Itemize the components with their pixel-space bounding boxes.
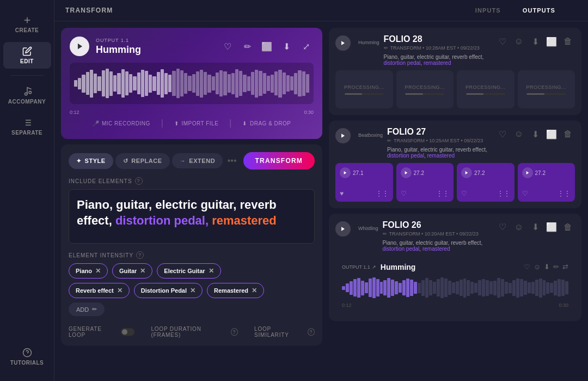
folio-28-info: FOLIO 28 ✏ TRANSFORM • 10:28AM EST • 09/… bbox=[384, 34, 495, 66]
nav-tab-outputs[interactable]: OUTPUTS bbox=[523, 7, 555, 14]
output-label: OUTPUT 1.1 bbox=[96, 38, 213, 43]
edit-button[interactable]: ✏ bbox=[240, 39, 255, 54]
folio-26-play-button[interactable] bbox=[335, 221, 351, 237]
sidebar-item-tutorials[interactable]: TUTORIALS bbox=[3, 343, 51, 370]
tag-remastered[interactable]: Remastered ✕ bbox=[207, 283, 264, 298]
folio-27-delete[interactable]: 🗑 bbox=[561, 127, 575, 141]
more-options-button[interactable]: ••• bbox=[225, 156, 239, 166]
mini-emoji[interactable]: ☺ bbox=[534, 263, 541, 271]
mini-waveform[interactable] bbox=[342, 276, 568, 300]
variant-grid[interactable]: ⋮⋮ bbox=[497, 190, 510, 197]
folio-27-play-button[interactable] bbox=[335, 128, 351, 143]
variant-favorite[interactable]: ♡ bbox=[461, 190, 467, 197]
folio-28-favorite[interactable]: ♡ bbox=[495, 34, 510, 49]
variant-play-button[interactable] bbox=[340, 167, 351, 178]
variant-num: 27.2 bbox=[474, 170, 485, 176]
mini-edit[interactable]: ✏ bbox=[553, 263, 559, 271]
include-elements-help[interactable]: ? bbox=[135, 177, 143, 185]
transform-button[interactable]: TRANSFORM bbox=[243, 152, 315, 170]
folio-26-favorite[interactable]: ♡ bbox=[495, 220, 510, 234]
waveform-container[interactable] bbox=[70, 63, 314, 104]
folio-28-share[interactable]: ☺ bbox=[512, 34, 526, 49]
svg-marker-16 bbox=[405, 171, 407, 174]
plus-icon bbox=[22, 15, 32, 25]
export-button[interactable]: ⬜ bbox=[259, 39, 274, 54]
tag-close-guitar[interactable]: ✕ bbox=[140, 267, 145, 275]
elements-text-highlight: remastered bbox=[212, 214, 277, 227]
mini-favorite[interactable]: ♡ bbox=[524, 263, 530, 271]
loop-duration-help[interactable]: ? bbox=[231, 328, 238, 336]
loop-similarity-help[interactable]: ? bbox=[308, 328, 315, 336]
play-icon bbox=[525, 171, 530, 175]
folio-26-share[interactable]: ☺ bbox=[512, 220, 526, 234]
tag-close-piano[interactable]: ✕ bbox=[95, 267, 101, 275]
processing-bar bbox=[466, 93, 505, 95]
elements-text-area[interactable]: Piano, guitar, electric guitar, reverb e… bbox=[69, 189, 315, 244]
mini-download[interactable]: ⬇ bbox=[544, 263, 550, 271]
folio-26-delete[interactable]: 🗑 bbox=[561, 220, 575, 234]
intensity-help[interactable]: ? bbox=[136, 251, 144, 259]
add-tag-button[interactable]: ADD ✏ bbox=[69, 303, 105, 316]
folio-28-meta: ✏ TRANSFORM • 10:28AM EST • 09/22/23 bbox=[384, 45, 495, 51]
processing-label: PROCESSING... bbox=[344, 84, 384, 90]
folio-27-copy[interactable]: ⬜ bbox=[544, 127, 559, 141]
sidebar-item-separate[interactable]: SEPARATE bbox=[3, 113, 51, 140]
folio-26-tag-remastered: remastered bbox=[422, 246, 450, 252]
extend-mode-button[interactable]: → EXTEND bbox=[172, 153, 223, 168]
generate-loop-switch[interactable] bbox=[121, 328, 135, 336]
tag-close-distortion[interactable]: ✕ bbox=[190, 287, 195, 294]
tag-close-electric-guitar[interactable]: ✕ bbox=[209, 267, 214, 275]
folio-26-meta: ✏ TRANSFORM • 10:20AM EST • 09/22/23 bbox=[383, 231, 495, 237]
main-play-button[interactable] bbox=[70, 37, 89, 56]
left-panel: OUTPUT 1.1 Humming ♡ ✏ ⬜ ⬇ ⤢ 0:12 bbox=[61, 28, 322, 374]
import-file-option[interactable]: ⬆ IMPORT FILE bbox=[174, 120, 218, 126]
variant-favorite[interactable]: ♡ bbox=[401, 190, 407, 197]
tag-electric-guitar[interactable]: Electric Guitar ✕ bbox=[157, 263, 220, 279]
folio-26-download[interactable]: ⬇ bbox=[528, 220, 542, 234]
folio-28-copy[interactable]: ⬜ bbox=[544, 34, 559, 49]
sidebar-item-accompany[interactable]: ACCOMPANY bbox=[3, 82, 51, 109]
folio-27-favorite[interactable]: ♡ bbox=[495, 127, 510, 141]
favorite-button[interactable]: ♡ bbox=[220, 39, 235, 54]
folio-26-copy[interactable]: ⬜ bbox=[544, 220, 559, 234]
mini-actions: ♡ ☺ ⬇ ✏ ⇄ bbox=[524, 263, 568, 271]
variant-favorite[interactable]: ♥ bbox=[340, 190, 344, 197]
tag-close-reverb[interactable]: ✕ bbox=[117, 287, 122, 294]
folio-28-card: Humming FOLIO 28 ✏ TRANSFORM • 10:28AM E… bbox=[329, 28, 581, 115]
generate-loop-toggle: GENERATE LOOP bbox=[69, 326, 134, 338]
variant-play-button[interactable] bbox=[522, 167, 533, 178]
sidebar-item-create[interactable]: CREATE bbox=[3, 11, 51, 38]
variant-27-3: 27.2 ♡ ⋮⋮ bbox=[457, 163, 514, 201]
mini-share[interactable]: ⇄ bbox=[562, 263, 568, 271]
sidebar-item-edit[interactable]: EDIT bbox=[3, 42, 51, 69]
folio-28-download[interactable]: ⬇ bbox=[528, 34, 542, 49]
folio-28-play-button[interactable] bbox=[335, 35, 351, 51]
variant-actions: ♥ ⋮⋮ bbox=[340, 190, 389, 197]
tag-close-remastered[interactable]: ✕ bbox=[252, 287, 257, 294]
tag-guitar[interactable]: Guitar ✕ bbox=[112, 263, 152, 279]
time-start: 0:12 bbox=[70, 110, 79, 115]
tag-piano[interactable]: Piano ✕ bbox=[69, 263, 108, 279]
folio-27-share[interactable]: ☺ bbox=[512, 127, 526, 141]
folio-28-delete[interactable]: 🗑 bbox=[561, 34, 575, 49]
expand-button[interactable]: ⤢ bbox=[298, 39, 314, 54]
drag-drop-option[interactable]: ⬇ DRAG & DROP bbox=[242, 120, 291, 126]
variant-play-button[interactable] bbox=[401, 167, 412, 178]
svg-marker-12 bbox=[78, 44, 82, 50]
download-button[interactable]: ⬇ bbox=[279, 39, 294, 54]
folio-27-download[interactable]: ⬇ bbox=[528, 127, 542, 141]
variant-favorite[interactable]: ♡ bbox=[522, 190, 528, 197]
folio-27-tags: Piano, guitar, electric guitar, reverb e… bbox=[387, 147, 495, 159]
folio-26-header: Whistling FOLIO 26 ✏ TRANSFORM • 10:20AM… bbox=[335, 220, 575, 252]
variant-play-button[interactable] bbox=[461, 167, 472, 178]
folio-27-track-label: Beatboxing bbox=[358, 132, 383, 138]
variant-grid[interactable]: ⋮⋮ bbox=[376, 190, 389, 197]
tag-reverb[interactable]: Reverb effect ✕ bbox=[69, 283, 130, 298]
variant-grid[interactable]: ⋮⋮ bbox=[436, 190, 449, 197]
tag-distortion[interactable]: Distortion Pedal ✕ bbox=[134, 283, 203, 298]
mic-recording-option[interactable]: 🎤 MIC RECORDING bbox=[93, 120, 150, 126]
replace-mode-button[interactable]: ↺ REPLACE bbox=[115, 153, 170, 169]
variant-grid[interactable]: ⋮⋮ bbox=[558, 190, 571, 197]
style-mode-button[interactable]: ✦ STYLE bbox=[69, 153, 113, 169]
nav-tab-inputs[interactable]: INPUTS bbox=[475, 7, 501, 14]
